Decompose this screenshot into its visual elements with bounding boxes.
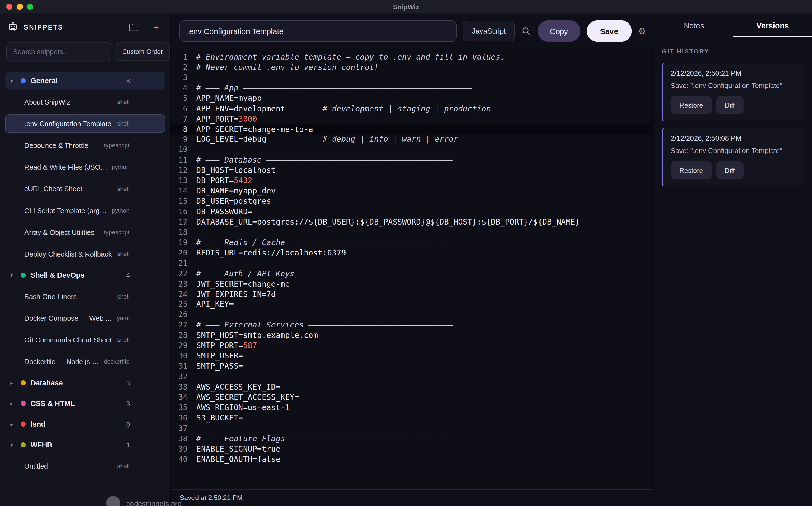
restore-button[interactable]: Restore bbox=[671, 96, 712, 114]
group-header-database[interactable]: ▸Database3 bbox=[5, 374, 165, 392]
code-line-19[interactable]: 19# ——— Redis / Cache ——————————————————… bbox=[171, 237, 654, 248]
code-line-36[interactable]: 36S3_BUCKET= bbox=[171, 413, 654, 423]
line-content: DB_HOST=localhost bbox=[196, 166, 276, 175]
code-line-11[interactable]: 11# ——— Database ———————————————————————… bbox=[171, 155, 654, 165]
add-snippet-button[interactable]: + bbox=[150, 22, 162, 33]
code-line-12[interactable]: 12DB_HOST=localhost bbox=[171, 165, 654, 176]
code-line-35[interactable]: 35AWS_REGION=us-east-1 bbox=[171, 402, 654, 413]
code-editor[interactable]: 1# Environment variable template — copy … bbox=[171, 48, 654, 490]
snippet-item-read-write-files-json[interactable]: Read & Write Files (JSON,...python bbox=[5, 158, 165, 176]
line-number: 13 bbox=[171, 177, 187, 185]
search-input[interactable] bbox=[6, 42, 112, 62]
code-line-37[interactable]: 37 bbox=[171, 423, 654, 433]
code-line-10[interactable]: 10 bbox=[171, 145, 654, 155]
code-line-23[interactable]: 23JWT_SECRET=change-me bbox=[171, 278, 654, 289]
code-line-15[interactable]: 15DB_USER=postgres bbox=[171, 196, 654, 206]
code-line-1[interactable]: 1# Environment variable template — copy … bbox=[171, 52, 654, 62]
code-line-33[interactable]: 33AWS_ACCESS_KEY_ID= bbox=[171, 382, 654, 392]
code-line-26[interactable]: 26 bbox=[171, 310, 654, 320]
code-line-38[interactable]: 38# ——— Feature Flags ——————————————————… bbox=[171, 433, 654, 444]
code-line-18[interactable]: 18 bbox=[171, 227, 654, 237]
close-button[interactable] bbox=[6, 4, 12, 10]
snippet-item-curl-cheat-sheet[interactable]: cURL Cheat Sheetshell bbox=[5, 180, 165, 198]
snippet-item-debounce-throttle[interactable]: Debounce & Throttletypescript bbox=[5, 136, 165, 155]
code-line-9[interactable]: 9LOG_LEVEL=debug # debug | info | warn |… bbox=[171, 134, 654, 144]
snippet-item-untitled[interactable]: Untitledshell bbox=[5, 457, 165, 476]
snippet-title-input[interactable] bbox=[179, 20, 457, 42]
chevron-right-icon[interactable]: ▸ bbox=[10, 380, 16, 386]
custom-order-button[interactable]: Custom Order bbox=[116, 43, 170, 61]
code-line-39[interactable]: 39ENABLE_SIGNUP=true bbox=[171, 444, 654, 454]
robot-logo-icon bbox=[7, 22, 19, 33]
snippet-item-array-object-utilities[interactable]: Array & Object Utilitiestypescript bbox=[5, 223, 165, 242]
snippet-item-deploy-checklist-rollback[interactable]: Deploy Checklist & Rollbackshell bbox=[5, 245, 165, 263]
code-line-27[interactable]: 27# ——— External Services ——————————————… bbox=[171, 320, 654, 330]
code-line-14[interactable]: 14DB_NAME=myapp_dev bbox=[171, 186, 654, 196]
snippet-item-cli-script-template-argp[interactable]: CLI Script Template (argp...python bbox=[5, 201, 165, 220]
chevron-down-icon[interactable]: ▾ bbox=[10, 442, 16, 448]
code-line-2[interactable]: 2# Never commit .env to version control! bbox=[171, 62, 654, 72]
line-content: JWT_SECRET=change-me bbox=[196, 279, 290, 288]
code-line-30[interactable]: 30SMTP_USER= bbox=[171, 351, 654, 361]
code-line-21[interactable]: 21 bbox=[171, 258, 654, 268]
git-history-heading: GIT HISTORY bbox=[662, 48, 805, 55]
snippet-item-bash-one-liners[interactable]: Bash One-Linersshell bbox=[5, 287, 165, 306]
code-line-29[interactable]: 29SMTP_PORT=587 bbox=[171, 340, 654, 351]
chevron-down-icon[interactable]: ▾ bbox=[10, 78, 16, 83]
code-line-4[interactable]: 4# ——— App —————————————————————————————… bbox=[171, 83, 654, 93]
line-content: DATABASE_URL=postgres://${DB_USER}:${DB_… bbox=[196, 217, 580, 227]
code-line-32[interactable]: 32 bbox=[171, 371, 654, 382]
line-content: # ——— External Services ————————————————… bbox=[196, 321, 454, 330]
group-header-css-html[interactable]: ▸CSS & HTML3 bbox=[5, 395, 165, 412]
language-selector[interactable]: JavaScript bbox=[463, 21, 515, 41]
code-line-5[interactable]: 5APP_NAME=myapp bbox=[171, 93, 654, 103]
code-line-6[interactable]: 6APP_ENV=development # development | sta… bbox=[171, 103, 654, 113]
code-line-22[interactable]: 22# ——— Auth / API Keys ————————————————… bbox=[171, 268, 654, 278]
diff-button[interactable]: Diff bbox=[716, 161, 744, 179]
snippet-title: Read & Write Files (JSON,... bbox=[24, 163, 108, 171]
group-header-general[interactable]: ▾General8 bbox=[5, 72, 165, 89]
chevron-right-icon[interactable]: ▸ bbox=[10, 401, 16, 406]
group-header-wfhb[interactable]: ▾WFHB1 bbox=[5, 436, 165, 454]
code-line-34[interactable]: 34AWS_SECRET_ACCESS_KEY= bbox=[171, 392, 654, 402]
code-line-31[interactable]: 31SMTP_PASS= bbox=[171, 361, 654, 371]
diff-button[interactable]: Diff bbox=[716, 96, 744, 114]
tab-notes[interactable]: Notes bbox=[655, 14, 733, 37]
code-line-28[interactable]: 28SMTP_HOST=smtp.example.com bbox=[171, 330, 654, 340]
code-line-40[interactable]: 40ENABLE_OAUTH=false bbox=[171, 454, 654, 464]
editor-scrollbar[interactable] bbox=[650, 48, 654, 490]
code-line-13[interactable]: 13DB_PORT=5432 bbox=[171, 176, 654, 186]
settings-gear-icon[interactable]: ⚙ bbox=[638, 26, 646, 35]
copy-button[interactable]: Copy bbox=[537, 20, 581, 42]
line-content: # Never commit .env to version control! bbox=[196, 63, 379, 72]
line-content: LOG_LEVEL=debug # debug | info | warn | … bbox=[196, 135, 458, 144]
restore-button[interactable]: Restore bbox=[671, 161, 712, 179]
snippet-title: Git Commands Cheat Sheet bbox=[24, 336, 113, 344]
code-line-8[interactable]: 8APP_SECRET=change-me-to-a bbox=[171, 124, 654, 134]
chevron-right-icon[interactable]: ▸ bbox=[10, 421, 16, 427]
line-number: 11 bbox=[171, 156, 187, 164]
snippet-item-env-configuration-template[interactable]: .env Configuration Templateshell bbox=[5, 114, 165, 133]
snippet-item-git-commands-cheat-sheet[interactable]: Git Commands Cheat Sheetshell bbox=[5, 330, 165, 349]
line-content: SMTP_PASS= bbox=[196, 362, 243, 371]
minimize-button[interactable] bbox=[16, 4, 23, 10]
folder-icon[interactable] bbox=[128, 23, 139, 32]
group-header-shell-devops[interactable]: ▾Shell & DevOps4 bbox=[5, 266, 165, 284]
snippet-item-about-snipwiz[interactable]: About SnipWizshell bbox=[5, 93, 165, 111]
code-line-3[interactable]: 3 bbox=[171, 72, 654, 83]
search-icon[interactable] bbox=[521, 26, 531, 36]
group-header-isnd[interactable]: ▸Isnd0 bbox=[5, 415, 165, 433]
snippet-item-dockerfile-node-js-p[interactable]: Dockerfile — Node.js P...dockerfile bbox=[5, 352, 165, 371]
code-line-24[interactable]: 24JWT_EXPIRES_IN=7d bbox=[171, 289, 654, 299]
code-line-17[interactable]: 17DATABASE_URL=postgres://${DB_USER}:${D… bbox=[171, 217, 654, 227]
chevron-down-icon[interactable]: ▾ bbox=[10, 272, 16, 278]
code-line-20[interactable]: 20REDIS_URL=redis://localhost:6379 bbox=[171, 248, 654, 258]
snippet-item-docker-compose-web-ap[interactable]: Docker Compose — Web Ap...yaml bbox=[5, 309, 165, 328]
tab-versions[interactable]: Versions bbox=[733, 14, 812, 37]
zoom-button[interactable] bbox=[27, 4, 33, 10]
code-line-16[interactable]: 16DB_PASSWORD= bbox=[171, 206, 654, 217]
code-line-7[interactable]: 7APP_PORT=3000 bbox=[171, 113, 654, 124]
snippet-title: Dockerfile — Node.js P... bbox=[24, 357, 100, 365]
save-button[interactable]: Save bbox=[587, 20, 632, 42]
code-line-25[interactable]: 25API_KEY= bbox=[171, 299, 654, 310]
